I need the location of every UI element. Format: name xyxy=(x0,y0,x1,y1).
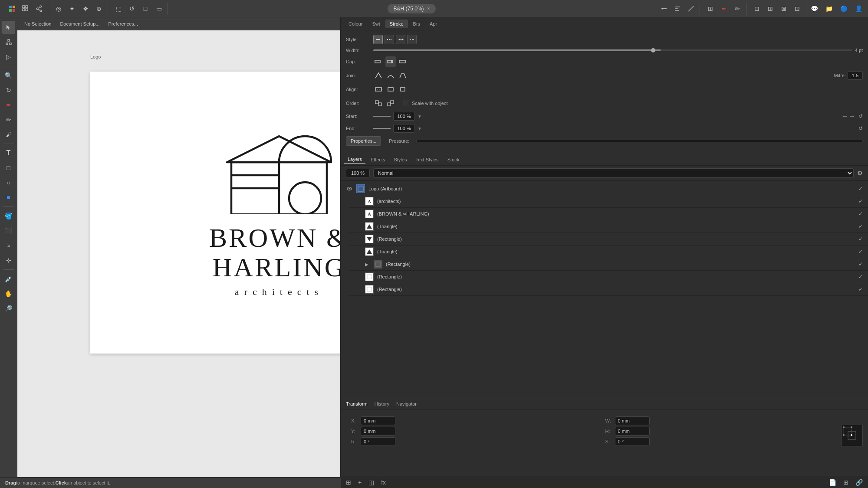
scale-checkbox[interactable] xyxy=(404,101,409,106)
grid-btn[interactable] xyxy=(20,3,32,15)
layer-rect4[interactable]: (Rectangle) ✓ xyxy=(349,283,868,296)
w-input[interactable]: 0 mm xyxy=(615,416,650,425)
preferences-btn[interactable]: Preferences... xyxy=(105,20,141,28)
close-document-btn[interactable]: × xyxy=(427,6,430,11)
measure-btn[interactable] xyxy=(685,3,697,15)
node-tool[interactable] xyxy=(2,36,15,49)
fill-tool[interactable]: 🪣 xyxy=(2,210,15,223)
cap-square[interactable] xyxy=(398,56,408,67)
end-pct-input[interactable]: 100 % xyxy=(393,124,415,133)
text-tool[interactable]: T xyxy=(2,147,15,160)
edit-btn1[interactable]: ⬚ xyxy=(112,3,125,15)
layer-architects[interactable]: A (architects) ✓ xyxy=(349,195,868,208)
layer-triangle2[interactable]: (Triangle) ✓ xyxy=(349,246,868,258)
app-logo-btn[interactable] xyxy=(6,3,18,15)
stroke-style-solid[interactable] xyxy=(373,35,383,44)
opacity-input[interactable]: 100 % xyxy=(346,169,370,177)
r-input[interactable]: 0 ° xyxy=(361,437,395,446)
y-input[interactable]: 0 mm xyxy=(361,427,395,436)
layer-rect3[interactable]: (Rectangle) ✓ xyxy=(349,271,868,283)
panel-btn3[interactable]: ⊠ xyxy=(778,3,790,15)
tab-brs[interactable]: Brs xyxy=(409,20,425,28)
blend-tool[interactable]: ≈ xyxy=(2,239,15,252)
layer-rect2[interactable]: ▶ (Rectangle) ✓ xyxy=(349,258,868,271)
circle-btn[interactable]: 🔵 xyxy=(838,3,850,15)
search-zoom-tool[interactable]: 🔎 xyxy=(2,302,15,315)
transform-tab-history[interactable]: History xyxy=(373,400,391,407)
join-bevel[interactable] xyxy=(398,70,408,81)
tab-swt[interactable]: Swt xyxy=(368,20,384,28)
edit-btn3[interactable]: □ xyxy=(139,3,151,15)
cap-butt[interactable] xyxy=(373,56,384,67)
start-arrow-right[interactable]: → xyxy=(849,113,855,120)
zoom-tool[interactable]: 🔍 xyxy=(2,69,15,82)
width-slider[interactable] xyxy=(373,49,852,51)
tab-colour[interactable]: Colour xyxy=(344,20,367,28)
slider-thumb[interactable] xyxy=(651,48,655,52)
doc-icon[interactable]: 📄 xyxy=(827,478,838,487)
h-input[interactable]: 0 mm xyxy=(615,427,650,436)
stroke-style-dots[interactable] xyxy=(396,35,405,44)
pen2-btn[interactable]: ✏ xyxy=(731,3,743,15)
view-btn4[interactable]: ⊕ xyxy=(93,3,105,15)
layer-triangle1[interactable]: (Triangle) ✓ xyxy=(349,220,868,233)
folder-btn[interactable]: 📁 xyxy=(823,3,835,15)
grid-view-btn[interactable]: ⊞ xyxy=(704,3,717,15)
link-icon[interactable]: 🔗 xyxy=(854,478,865,487)
pencil-tool[interactable]: ✏ xyxy=(2,113,15,126)
opacity-gear-icon[interactable]: ⚙ xyxy=(857,170,863,177)
edit-btn2[interactable]: ↺ xyxy=(126,3,138,15)
blend-mode-select[interactable]: Normal Multiply Screen xyxy=(373,168,854,178)
tab-stroke[interactable]: Stroke xyxy=(385,20,408,28)
cap-round[interactable] xyxy=(385,56,396,67)
rotate-tool[interactable]: ↻ xyxy=(2,84,15,97)
mitre-value[interactable]: 1.5 xyxy=(848,71,863,80)
select-tool[interactable] xyxy=(2,21,15,34)
brush-tool[interactable]: 🖌 xyxy=(2,128,15,141)
pen-btn[interactable]: ✒ xyxy=(718,3,730,15)
fx-icon[interactable]: fx xyxy=(379,478,388,487)
s-input[interactable]: 0 ° xyxy=(615,437,650,446)
panel-btn1[interactable]: ⊟ xyxy=(751,3,763,15)
layer-brown-harling[interactable]: A (BROWN & ∞HARLING) ✓ xyxy=(349,208,868,220)
start-sync-btn[interactable]: ↺ xyxy=(858,113,863,119)
document-setup-btn[interactable]: Document Setup... xyxy=(56,20,103,28)
mesh-tool[interactable]: ⊹ xyxy=(2,254,15,267)
tab-apr[interactable]: Apr xyxy=(425,20,441,28)
stroke-style-custom[interactable] xyxy=(407,35,417,44)
view-btn1[interactable]: ◎ xyxy=(53,3,65,15)
layers-icon[interactable]: ⊞ xyxy=(344,478,353,487)
start-pct-input[interactable]: 100 % xyxy=(393,112,415,121)
direct-select-tool[interactable]: ▷ xyxy=(2,50,15,63)
transform-tab-navigator[interactable]: Navigator xyxy=(395,400,418,407)
join-round[interactable] xyxy=(385,70,396,81)
canvas-area[interactable]: Logo BROW xyxy=(17,30,341,477)
join-miter[interactable] xyxy=(373,70,384,81)
panel-btn2[interactable]: ⊞ xyxy=(764,3,776,15)
share-btn[interactable] xyxy=(33,3,45,15)
sub-tab-layers[interactable]: Layers xyxy=(344,155,365,164)
transform-tab-transform[interactable]: Transform xyxy=(344,400,369,407)
stroke-style-dash[interactable] xyxy=(385,35,394,44)
pen-tool[interactable]: ✒ xyxy=(2,98,15,111)
align-btn[interactable] xyxy=(671,3,684,15)
view-btn3[interactable]: ❖ xyxy=(79,3,92,15)
group-icon[interactable]: ◫ xyxy=(367,478,376,487)
sub-tab-effects[interactable]: Effects xyxy=(367,156,388,164)
properties-btn[interactable]: Properties... xyxy=(346,136,381,146)
order-btn2[interactable] xyxy=(385,98,396,108)
sub-tab-stock[interactable]: Stock xyxy=(444,156,463,164)
align-outside[interactable] xyxy=(398,84,408,95)
eraser-tool[interactable]: ⬛ xyxy=(2,224,15,237)
shape-tool[interactable]: □ xyxy=(2,161,15,174)
layer-expand-rect2[interactable]: ▶ xyxy=(365,262,370,267)
add-layer-icon[interactable]: + xyxy=(356,478,363,487)
sub-tab-styles[interactable]: Styles xyxy=(390,156,410,164)
grid2-icon[interactable]: ⊞ xyxy=(842,478,850,487)
start-arrow-left[interactable]: ← xyxy=(842,113,848,120)
sub-tab-text-styles[interactable]: Text Styles xyxy=(412,156,442,164)
align-center[interactable] xyxy=(385,84,396,95)
end-sync-btn[interactable]: ↺ xyxy=(858,125,863,131)
view-btn2[interactable]: ✦ xyxy=(66,3,78,15)
x-input[interactable]: 0 mm xyxy=(361,416,395,425)
